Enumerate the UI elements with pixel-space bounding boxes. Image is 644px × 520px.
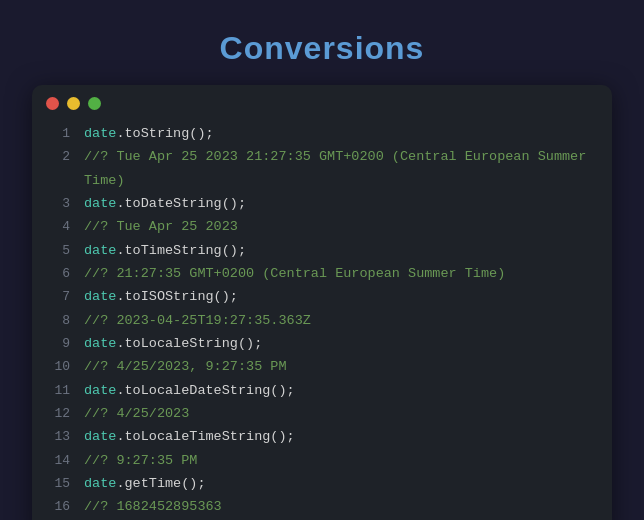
minimize-dot[interactable] [67, 97, 80, 110]
code-line: 11date.toLocaleDateString(); [32, 379, 612, 402]
method-call: .toLocaleString(); [116, 336, 262, 351]
line-number: 12 [42, 403, 70, 425]
code-statement: date.toLocaleString(); [84, 332, 262, 355]
method-call: .getTime(); [116, 476, 205, 491]
code-comment: //? 1682452895363 [84, 495, 222, 518]
code-body: 1date.toString();2//? Tue Apr 25 2023 21… [32, 120, 612, 519]
keyword-date: date [84, 383, 116, 398]
line-number: 1 [42, 123, 70, 145]
line-number: 4 [42, 216, 70, 238]
code-comment: //? 9:27:35 PM [84, 449, 197, 472]
code-line: 10//? 4/25/2023, 9:27:35 PM [32, 355, 612, 378]
keyword-date: date [84, 126, 116, 141]
method-call: .toString(); [116, 126, 213, 141]
method-call: .toISOString(); [116, 289, 238, 304]
line-number: 10 [42, 356, 70, 378]
line-number: 6 [42, 263, 70, 285]
code-line: 16//? 1682452895363 [32, 495, 612, 518]
code-statement: date.toString(); [84, 122, 214, 145]
code-line: 2//? Tue Apr 25 2023 21:27:35 GMT+0200 (… [32, 145, 612, 191]
code-statement: date.toTimeString(); [84, 239, 246, 262]
keyword-date: date [84, 243, 116, 258]
line-number: 11 [42, 380, 70, 402]
keyword-date: date [84, 289, 116, 304]
code-comment: //? 4/25/2023, 9:27:35 PM [84, 355, 287, 378]
line-number: 14 [42, 450, 70, 472]
window-titlebar [32, 85, 612, 120]
method-call: .toLocaleTimeString(); [116, 429, 294, 444]
code-statement: date.toISOString(); [84, 285, 238, 308]
code-statement: date.getTime(); [84, 472, 206, 495]
keyword-date: date [84, 336, 116, 351]
code-line: 3date.toDateString(); [32, 192, 612, 215]
code-comment: //? Tue Apr 25 2023 [84, 215, 238, 238]
line-number: 3 [42, 193, 70, 215]
close-dot[interactable] [46, 97, 59, 110]
code-line: 1date.toString(); [32, 122, 612, 145]
keyword-date: date [84, 196, 116, 211]
code-line: 7date.toISOString(); [32, 285, 612, 308]
method-call: .toTimeString(); [116, 243, 246, 258]
code-statement: date.toLocaleDateString(); [84, 379, 295, 402]
line-number: 16 [42, 496, 70, 518]
method-call: .toLocaleDateString(); [116, 383, 294, 398]
keyword-date: date [84, 429, 116, 444]
maximize-dot[interactable] [88, 97, 101, 110]
code-line: 8//? 2023-04-25T19:27:35.363Z [32, 309, 612, 332]
code-comment: //? Tue Apr 25 2023 21:27:35 GMT+0200 (C… [84, 145, 594, 191]
code-window: 1date.toString();2//? Tue Apr 25 2023 21… [32, 85, 612, 520]
line-number: 2 [42, 146, 70, 168]
code-comment: //? 21:27:35 GMT+0200 (Central European … [84, 262, 505, 285]
code-statement: date.toDateString(); [84, 192, 246, 215]
code-comment: //? 4/25/2023 [84, 402, 189, 425]
code-statement: date.toLocaleTimeString(); [84, 425, 295, 448]
line-number: 7 [42, 286, 70, 308]
line-number: 13 [42, 426, 70, 448]
code-comment: //? 2023-04-25T19:27:35.363Z [84, 309, 311, 332]
code-line: 12//? 4/25/2023 [32, 402, 612, 425]
code-line: 9date.toLocaleString(); [32, 332, 612, 355]
code-line: 5date.toTimeString(); [32, 239, 612, 262]
code-line: 6//? 21:27:35 GMT+0200 (Central European… [32, 262, 612, 285]
line-number: 5 [42, 240, 70, 262]
code-line: 15date.getTime(); [32, 472, 612, 495]
line-number: 9 [42, 333, 70, 355]
line-number: 15 [42, 473, 70, 495]
page-title: Conversions [220, 30, 425, 67]
line-number: 8 [42, 310, 70, 332]
code-line: 13date.toLocaleTimeString(); [32, 425, 612, 448]
method-call: .toDateString(); [116, 196, 246, 211]
keyword-date: date [84, 476, 116, 491]
code-line: 14//? 9:27:35 PM [32, 449, 612, 472]
code-line: 4//? Tue Apr 25 2023 [32, 215, 612, 238]
